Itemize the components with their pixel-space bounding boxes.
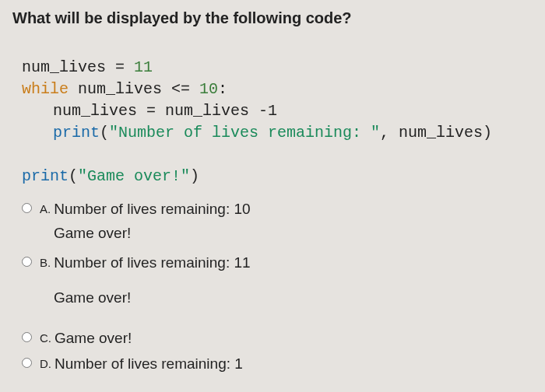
option-text: Game over!: [54, 327, 132, 350]
option-text: Number of lives remaining: 10: [54, 198, 250, 221]
option-text: Number of lives remaining: 1: [54, 353, 243, 376]
option-text: Number of lives remaining: 11: [54, 252, 250, 275]
code-number: 11: [134, 58, 153, 76]
radio-d[interactable]: [22, 358, 32, 368]
code-line-2: while num_lives <= 10:: [12, 80, 227, 98]
code-text: :: [218, 80, 227, 98]
code-line-3: num_lives = num_lives -1: [12, 102, 277, 120]
option-letter: A.: [40, 198, 51, 221]
option-text-line2: Game over!: [54, 287, 251, 310]
code-function: print: [53, 124, 100, 142]
question-title: What will be displayed by the following …: [12, 9, 533, 27]
code-string: "Game over!": [78, 167, 190, 185]
code-text: (: [100, 124, 109, 142]
option-c[interactable]: C. Game over!: [12, 327, 533, 350]
option-letter: B.: [40, 252, 51, 275]
code-function: print: [22, 167, 69, 185]
code-text: num_lives <=: [69, 80, 199, 98]
code-string: "Number of lives remaining: ": [109, 124, 380, 142]
code-block: num_lives = 11 while num_lives <= 10: nu…: [12, 35, 533, 187]
code-text: num_lives = num_lives -1: [53, 102, 277, 120]
code-text: num_lives =: [22, 58, 134, 76]
code-line-4: print("Number of lives remaining: ", num…: [12, 124, 492, 142]
option-a[interactable]: A. Number of lives remaining: 10 Game ov…: [12, 198, 533, 249]
options-list: A. Number of lives remaining: 10 Game ov…: [12, 198, 533, 375]
option-text-line2: Game over!: [54, 222, 251, 245]
code-line-1: num_lives = 11: [12, 58, 153, 76]
code-text: , num_lives): [380, 124, 492, 142]
code-line-5: print("Game over!"): [12, 167, 199, 185]
option-letter: C.: [40, 327, 51, 350]
code-keyword: while: [22, 80, 69, 98]
option-d[interactable]: D. Number of lives remaining: 1: [12, 353, 533, 376]
radio-a[interactable]: [22, 203, 32, 213]
option-letter: D.: [40, 353, 51, 376]
radio-c[interactable]: [22, 332, 32, 342]
radio-b[interactable]: [22, 257, 32, 267]
code-number: 10: [199, 80, 218, 98]
code-text: ): [190, 167, 199, 185]
option-b[interactable]: B. Number of lives remaining: 11 Game ov…: [12, 252, 533, 313]
code-text: (: [69, 167, 78, 185]
